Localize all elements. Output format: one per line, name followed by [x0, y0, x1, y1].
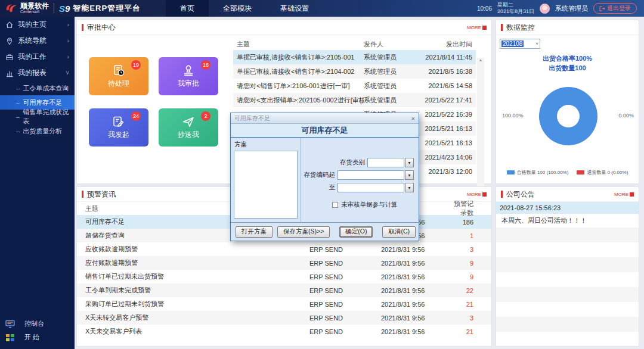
legend-swatch — [507, 170, 515, 174]
count-badge: 19 — [131, 60, 141, 70]
form-field: 存货编码起▾ — [301, 170, 414, 180]
unaudited-checkbox[interactable] — [332, 202, 338, 208]
scroll-up-icon[interactable]: ▲ — [479, 58, 483, 62]
checkbox-row: 未审核单据参与计算 — [332, 201, 419, 209]
save-scheme-button[interactable]: 保存方案(S)>> — [277, 226, 330, 238]
empty-row — [496, 228, 639, 242]
chevron-down-icon: ˅ — [66, 70, 69, 76]
title-accent-bar — [501, 191, 503, 198]
table-row[interactable]: 应付账款逾期预警ERP SEND2021/8/31 9:569 — [77, 256, 491, 270]
start-icon — [5, 334, 15, 342]
clock-time: 10:06 — [477, 5, 492, 12]
panel-title: 公司公告 — [506, 189, 535, 200]
erp-dashboard: 顺景软件 Centersoft S9 智能ERP管理平台 首页全部模块基础设置 … — [0, 0, 644, 349]
more-button[interactable]: MORE — [467, 192, 487, 197]
table-row[interactable]: 单据已审核,请接收<销售订单>:2105-001系统管理员2021/8/14 1… — [233, 50, 476, 64]
home-icon — [5, 21, 14, 29]
checkbox-label: 未审核单据参与计算 — [341, 201, 398, 209]
period-select[interactable]: 202108 ˅ — [500, 39, 540, 49]
dialog-titlebar[interactable]: 可用库存不足 × — [231, 113, 419, 124]
logout-button[interactable]: 退出登录 — [593, 3, 637, 14]
cancel-button[interactable]: 取消(C) — [382, 226, 416, 238]
user-avatar[interactable] — [540, 4, 550, 14]
sidebar-item[interactable]: 系统导航› — [0, 33, 75, 49]
start-button[interactable]: 开 始 — [0, 331, 75, 344]
table-row[interactable]: 销售订单已过期未出货预警ERP SEND2021/8/31 9:569 — [77, 270, 491, 283]
logout-icon — [599, 6, 605, 11]
period-value: 202108 — [501, 40, 524, 47]
approval-tile[interactable]: 我审批16 — [159, 57, 218, 95]
table-row[interactable]: 应收账款逾期预警ERP SEND2021/8/31 9:563 — [77, 242, 491, 256]
more-icon — [630, 192, 634, 197]
approval-tile[interactable]: 待处理19 — [89, 57, 148, 95]
chevron-down-icon: ˅ — [535, 41, 538, 46]
alert-count: 186 — [453, 219, 491, 226]
close-icon[interactable]: × — [411, 116, 415, 121]
table-row[interactable]: X天未转交易客户预警ERP SEND2021/8/31 9:563 — [77, 311, 491, 325]
form-field: 至▾ — [301, 183, 414, 192]
dropdown-button[interactable]: ▾ — [405, 170, 414, 180]
nav-item-link[interactable]: 全部模块 — [209, 0, 266, 17]
sidebar-item[interactable]: 我的主页› — [0, 17, 75, 33]
table-row[interactable]: 采购订单已过期未到货预警ERP SEND2021/8/31 9:5621 — [77, 297, 491, 311]
sidebar-subitem[interactable]: –销售单完成状况表 — [0, 110, 75, 124]
more-icon — [482, 192, 487, 197]
sidebar-subitem[interactable]: –出货质量分析 — [0, 124, 75, 138]
sidebar-subitem[interactable]: –工令单成本查询 — [0, 81, 75, 95]
table-row[interactable]: 请您对<销售订单>:2106-001进行[一审]系统管理员2021/6/5 14… — [233, 79, 476, 93]
empty-row — [496, 272, 639, 287]
dropdown-button[interactable]: ▾ — [405, 183, 414, 192]
donut-label-right: 0.00% — [618, 113, 634, 119]
col-count: 预警记录数 — [453, 200, 491, 217]
table-row[interactable]: 请您对<支出报销单>:202105-0002进行[审核]系统管理员2021/5/… — [233, 93, 476, 107]
approval-scrollbar[interactable]: ▲ ▼ — [477, 58, 484, 200]
table-row[interactable]: X天未交易客户列表ERP SEND2021/8/31 9:5621 — [77, 325, 491, 338]
donut-hole — [557, 105, 580, 127]
empty-row — [496, 257, 639, 272]
field-input[interactable] — [338, 170, 404, 180]
title-accent-bar — [82, 24, 83, 31]
date: 2021年8月31日 — [497, 8, 534, 15]
logo-divider — [54, 3, 54, 14]
console-button[interactable]: 控制台 — [0, 317, 75, 331]
more-button[interactable]: MORE — [614, 192, 634, 197]
company-logo-icon — [5, 2, 18, 14]
sidebar-item[interactable]: 我的工作› — [0, 49, 75, 65]
dialog-fields: 存货类别▾存货编码起▾至▾ 未审核单据参与计算 — [301, 138, 419, 222]
product-name: 智能ERP管理平台 — [73, 3, 141, 14]
field-input[interactable] — [338, 183, 404, 192]
notice-content[interactable]: 本周六、周日公司活动！！！ — [496, 214, 639, 228]
open-scheme-button[interactable]: 打开方案 — [236, 226, 273, 238]
legend-swatch — [577, 170, 584, 174]
nav-item-active[interactable]: 首页 — [166, 0, 209, 17]
approval-table-header: 主题 发件人 发出时间 — [233, 38, 476, 50]
legend-item: 合格数量 100 (100.00%) — [507, 169, 569, 176]
logo-text-en: Centersoft — [20, 10, 49, 14]
alert-count: 3 — [453, 246, 491, 253]
dialog-heading: 可用库存不足 — [231, 124, 419, 138]
logout-label: 退出登录 — [607, 4, 631, 13]
dropdown-button[interactable]: ▾ — [405, 158, 414, 167]
approval-tile[interactable]: 我发起24 — [89, 108, 148, 147]
count-badge: 16 — [201, 60, 210, 70]
more-button[interactable]: MORE — [467, 25, 487, 30]
logo: 顺景软件 Centersoft S9 智能ERP管理平台 — [0, 2, 141, 14]
notices-header: 公司公告 MORE — [496, 187, 639, 202]
table-row[interactable]: 单据已审核,请接收<销售订单>:2104-002系统管理员2021/8/5 16… — [233, 64, 476, 79]
ok-button[interactable]: 确定(O) — [339, 226, 373, 238]
title-accent-bar — [82, 191, 83, 198]
sidebar-item[interactable]: 我的报表˅ — [0, 65, 75, 81]
nav-item-link[interactable]: 基础设置 — [266, 0, 323, 17]
approval-center-header: 审批中心 MORE — [77, 20, 491, 35]
table-row[interactable]: 工令单到期未完成预警ERP SEND2021/8/31 9:5622 — [77, 283, 491, 297]
donut-chart — [539, 87, 597, 145]
sidebar: 我的主页›系统导航›我的工作›我的报表˅–工令单成本查询–可用库存不足–销售单完… — [0, 17, 75, 349]
approval-tile[interactable]: 抄送我2 — [159, 108, 218, 147]
legend-item: 退货数量 0 (0.00%) — [577, 169, 628, 176]
field-input[interactable] — [367, 158, 404, 167]
empty-row — [496, 287, 639, 302]
scheme-listbox[interactable] — [234, 151, 298, 219]
col-subject: 主题 — [233, 40, 364, 49]
empty-row — [496, 302, 639, 317]
pass-rate-text: 出货合格率100% — [496, 54, 639, 63]
